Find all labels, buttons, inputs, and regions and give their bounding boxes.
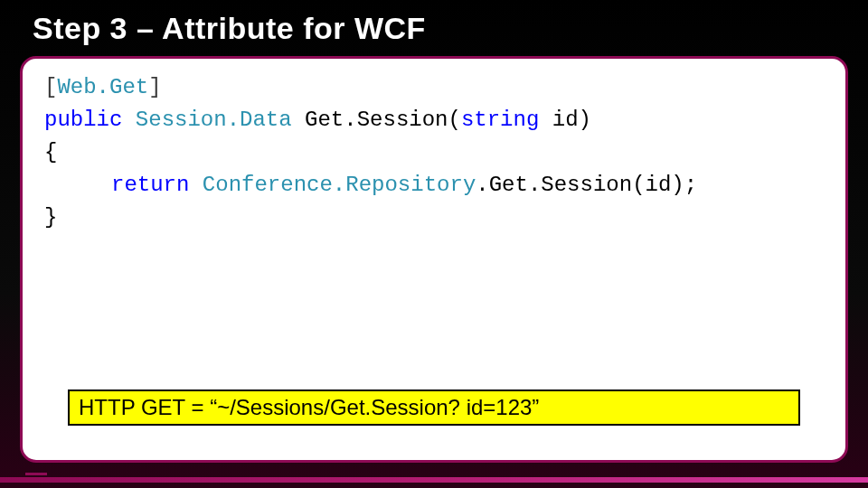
accent-bar xyxy=(0,477,868,483)
code-token: (id); xyxy=(632,173,697,197)
code-line-4: return Conference.Repository.Get.Session… xyxy=(44,169,824,202)
code-token: Get.Session xyxy=(305,108,448,132)
http-get-highlight: HTTP GET = “~/Sessions/Get.Session? id=1… xyxy=(68,389,800,426)
code-line-5: } xyxy=(44,202,824,234)
slide-root: Step 3 – Attribute for WCF [Web.Get] pub… xyxy=(0,0,868,488)
code-block: [Web.Get] public Session.Data Get.Sessio… xyxy=(44,71,824,234)
slide-title: Step 3 – Attribute for WCF xyxy=(33,11,835,46)
code-line-3: { xyxy=(44,136,824,169)
content-panel: [Web.Get] public Session.Data Get.Sessio… xyxy=(20,56,848,463)
code-token: ( xyxy=(448,108,461,132)
accent-tick xyxy=(25,473,47,475)
code-token: Session.Data xyxy=(136,108,292,132)
code-token: ] xyxy=(148,75,161,99)
code-token: Get.Session xyxy=(489,173,632,197)
code-line-1: [Web.Get] xyxy=(44,71,824,104)
code-token: string xyxy=(461,108,539,132)
code-token: ) xyxy=(579,108,591,132)
code-token: id xyxy=(552,108,579,132)
code-token: [ xyxy=(44,75,57,99)
code-token: return xyxy=(111,173,189,197)
code-line-2: public Session.Data Get.Session(string i… xyxy=(44,104,824,136)
code-token: Conference.Repository xyxy=(203,173,476,197)
code-token: } xyxy=(44,205,57,230)
code-token: Web.Get xyxy=(57,75,148,99)
code-token: public xyxy=(44,108,122,132)
code-token: . xyxy=(476,173,488,197)
code-token: { xyxy=(44,140,57,164)
